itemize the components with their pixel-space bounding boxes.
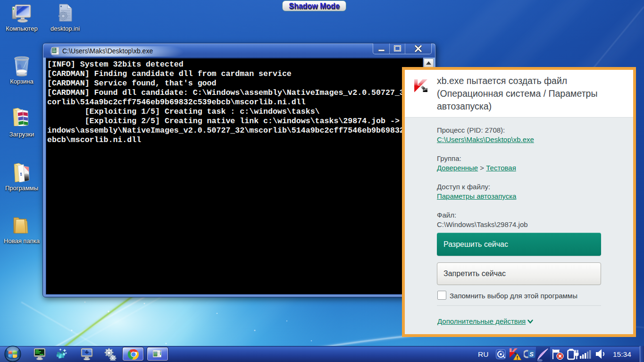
svg-text:S: S [529, 351, 534, 358]
